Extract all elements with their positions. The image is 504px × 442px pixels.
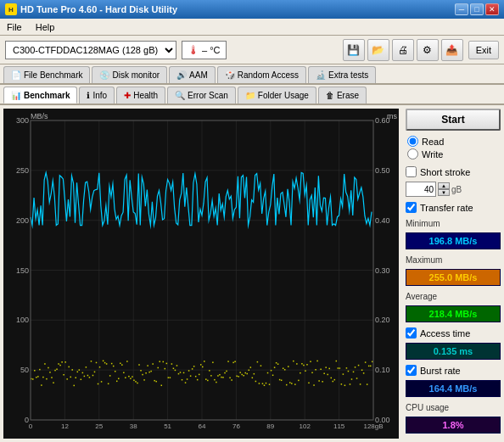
app-title: HD Tune Pro 4.60 - Hard Disk Utility (20, 4, 177, 14)
average-label: Average (406, 292, 437, 301)
aam-icon: 🔊 (176, 70, 187, 80)
icon-btn-5[interactable]: 📤 (441, 39, 463, 61)
short-stroke-row: Short stroke (406, 166, 501, 177)
toolbar: C300-CTFDDAC128MAG (128 gB) 🌡 – °C 💾 📂 🖨… (0, 36, 504, 64)
minimum-label-row: Minimum (406, 219, 501, 228)
tab-disk-monitor[interactable]: 💿 Disk monitor (92, 66, 167, 83)
disk-monitor-icon: 💿 (99, 70, 109, 80)
icon-btn-3[interactable]: 🖨 (392, 39, 414, 61)
maximum-label-row: Maximum (406, 255, 501, 265)
transfer-rate-label: Transfer rate (420, 203, 473, 213)
menu-bar: File Help (0, 19, 504, 36)
read-label: Read (422, 137, 444, 147)
benchmark-icon: 📊 (11, 91, 21, 100)
inner-tab-bar: 📊 Benchmark ℹ Info ✚ Health 🔍 Error Scan… (0, 85, 504, 105)
cpu-usage-value: 1.8% (406, 417, 501, 434)
thermometer-icon: 🌡 (188, 43, 199, 57)
tab-benchmark[interactable]: 📊 Benchmark (3, 87, 77, 104)
app-icon: H (5, 3, 17, 15)
icon-btn-2[interactable]: 📂 (367, 39, 389, 61)
health-icon: ✚ (124, 91, 131, 100)
maximum-value: 255.0 MB/s (406, 269, 501, 286)
temperature-value: – °C (202, 45, 221, 55)
icon-btn-1[interactable]: 💾 (343, 39, 365, 61)
average-label-row: Average (406, 292, 501, 301)
spin-down[interactable]: ▼ (438, 189, 450, 196)
burst-rate-row: Burst rate (406, 365, 501, 376)
access-time-value: 0.135 ms (406, 343, 501, 360)
mode-radio-group: Read Write (406, 134, 501, 161)
window-controls: ─ □ ✕ (455, 3, 499, 15)
minimum-label: Minimum (406, 219, 440, 228)
start-button[interactable]: Start (406, 109, 501, 131)
erase-icon: 🗑 (326, 91, 334, 100)
spin-up[interactable]: ▲ (438, 182, 450, 189)
icon-btn-4[interactable]: ⚙ (417, 39, 439, 61)
tab-error-scan[interactable]: 🔍 Error Scan (167, 87, 236, 104)
tab-health[interactable]: ✚ Health (116, 87, 165, 104)
extra-tests-icon: 🔬 (316, 70, 326, 80)
chart-canvas-area (3, 109, 399, 439)
tab-erase[interactable]: 🗑 Erase (318, 87, 367, 104)
write-label: Write (422, 149, 443, 159)
info-icon: ℹ (87, 91, 90, 100)
exit-button[interactable]: Exit (468, 41, 499, 59)
short-stroke-checkbox[interactable] (406, 166, 417, 177)
close-button[interactable]: ✕ (485, 3, 499, 15)
average-value: 218.4 MB/s (406, 305, 501, 322)
tab-aam[interactable]: 🔊 AAM (169, 66, 216, 83)
minimum-value: 196.8 MB/s (406, 232, 501, 249)
transfer-rate-row: Transfer rate (406, 202, 501, 213)
access-time-checkbox[interactable] (406, 327, 417, 338)
disk-selector[interactable]: C300-CTFDDAC128MAG (128 gB) (5, 41, 176, 59)
chart-wrapper (3, 109, 399, 439)
folder-usage-icon: 📁 (245, 91, 255, 100)
burst-rate-value: 164.4 MB/s (406, 380, 501, 397)
temperature-display: 🌡 – °C (182, 41, 227, 59)
write-radio[interactable] (407, 148, 418, 159)
read-radio[interactable] (407, 136, 418, 147)
random-access-icon: 🎲 (225, 70, 235, 80)
spin-arrows: ▲ ▼ (438, 182, 450, 196)
right-panel: Start Read Write Short stroke ▲ ▼ gB (402, 105, 504, 442)
burst-rate-label: Burst rate (420, 366, 461, 376)
transfer-rate-checkbox[interactable] (406, 202, 417, 213)
access-time-row: Access time (406, 327, 501, 338)
short-stroke-label: Short stroke (420, 167, 470, 177)
benchmark-chart (3, 109, 399, 439)
tab-file-benchmark[interactable]: 📄 File Benchmark (3, 66, 90, 83)
maximum-label: Maximum (406, 255, 442, 265)
outer-tab-bar: 📄 File Benchmark 💿 Disk monitor 🔊 AAM 🎲 … (0, 64, 504, 85)
menu-file[interactable]: File (3, 21, 25, 33)
error-scan-icon: 🔍 (175, 91, 185, 100)
title-bar: H HD Tune Pro 4.60 - Hard Disk Utility ─… (0, 0, 504, 19)
stroke-spinbox[interactable] (406, 182, 436, 197)
tab-random-access[interactable]: 🎲 Random Access (217, 66, 306, 83)
stroke-spinbox-row: ▲ ▼ gB (406, 182, 501, 197)
maximize-button[interactable]: □ (470, 3, 484, 15)
file-benchmark-icon: 📄 (11, 70, 21, 80)
cpu-usage-label: CPU usage (406, 403, 449, 412)
tab-extra-tests[interactable]: 🔬 Extra tests (308, 66, 376, 83)
access-time-label: Access time (420, 328, 470, 338)
menu-help[interactable]: Help (32, 21, 59, 33)
burst-rate-checkbox[interactable] (406, 365, 417, 376)
cpu-usage-label-row: CPU usage (406, 403, 501, 412)
toolbar-icons: 💾 📂 🖨 ⚙ 📤 (343, 39, 463, 61)
stroke-unit: gB (451, 185, 462, 194)
tab-info[interactable]: ℹ Info (79, 87, 115, 104)
tab-folder-usage[interactable]: 📁 Folder Usage (238, 87, 316, 104)
main-content: Start Read Write Short stroke ▲ ▼ gB (0, 105, 504, 442)
minimize-button[interactable]: ─ (455, 3, 468, 15)
